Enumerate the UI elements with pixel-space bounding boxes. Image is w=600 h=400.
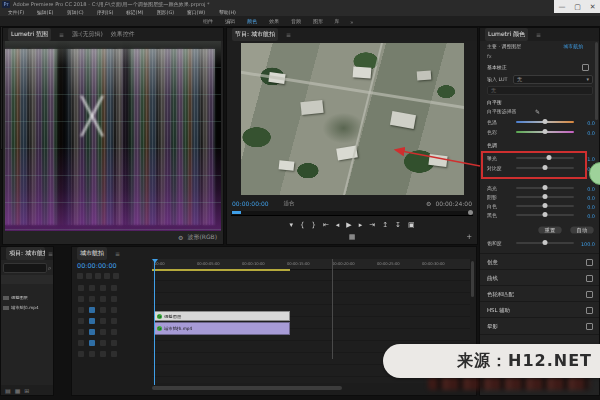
highlights-value[interactable]: 0.0 — [580, 185, 595, 191]
program-scrub-bar[interactable] — [231, 211, 473, 216]
whites-value[interactable]: 0.0 — [580, 203, 595, 209]
curves-checkbox[interactable] — [586, 275, 593, 282]
timeline-toolbar-icons[interactable] — [77, 273, 119, 279]
close-button[interactable]: ✕ — [590, 3, 596, 11]
go-to-out-button[interactable]: ⇥ — [369, 221, 375, 229]
lift-button[interactable]: ↥ — [382, 221, 388, 229]
workspace-overflow-icon[interactable]: » — [350, 18, 353, 24]
eyedropper-icon[interactable]: ✎ — [535, 108, 540, 115]
scope-settings-wrench-icon[interactable]: ⚙ — [178, 234, 183, 241]
input-lut-dropdown[interactable]: 无 ▾ — [513, 75, 593, 84]
workspace-color[interactable]: 颜色 — [247, 17, 257, 25]
section-basic-correction[interactable]: 基本校正 — [487, 64, 536, 71]
panel-menu-icon[interactable]: ≡ — [115, 250, 120, 257]
track-header-row[interactable] — [78, 340, 117, 346]
whites-slider[interactable] — [516, 205, 574, 207]
section-curves[interactable]: 曲线 — [487, 274, 498, 282]
track-header-row[interactable] — [78, 307, 117, 313]
shadows-value[interactable]: 0.0 — [580, 194, 595, 200]
panel-menu-icon[interactable]: ≡ — [536, 31, 541, 38]
workspace-effects[interactable]: 效果 — [269, 17, 279, 25]
export-frame-button[interactable]: ▣ — [408, 221, 415, 229]
new-bin-icon[interactable]: ⊞ — [24, 387, 29, 394]
workspace-audio[interactable]: 音频 — [291, 17, 301, 25]
highlights-slider[interactable] — [516, 187, 574, 189]
workspace-editing[interactable]: 编辑 — [225, 17, 235, 25]
tab-lumetri-scopes[interactable]: Lumetri 范围 — [8, 28, 51, 41]
tab-sequence[interactable]: 城市航拍 — [77, 247, 107, 260]
track-header-row[interactable] — [78, 318, 117, 324]
basic-correction-checkbox[interactable] — [582, 64, 589, 71]
timeline-playhead[interactable] — [154, 259, 155, 385]
step-forward-button[interactable]: ▸ — [359, 221, 363, 229]
timeline-clip-adjustment-layer[interactable]: fx 调整图层 — [154, 311, 290, 321]
color-wheels-checkbox[interactable] — [586, 291, 593, 298]
secondary-lut-dropdown[interactable]: 无 — [487, 86, 593, 95]
lumetri-sequence-link[interactable]: 城市航拍 — [547, 42, 583, 49]
auto-button[interactable]: 自动 — [570, 226, 593, 233]
saturation-slider[interactable] — [516, 242, 574, 244]
tab-project[interactable]: 项目: 城市航拍 — [6, 247, 45, 260]
extract-button[interactable]: ↧ — [395, 221, 401, 229]
creative-checkbox[interactable] — [586, 259, 593, 266]
section-creative[interactable]: 创意 — [487, 258, 498, 266]
waveform-scope-display[interactable] — [5, 41, 221, 231]
tab-program-monitor[interactable]: 节目: 城市航拍 — [232, 28, 278, 41]
list-view-icon[interactable]: ▤ — [5, 387, 11, 394]
track-header-row[interactable] — [78, 285, 117, 291]
tab-source-monitor[interactable]: 源:(无剪辑) — [72, 30, 103, 39]
button-editor-plus-icon[interactable]: + — [466, 233, 472, 241]
panel-menu-icon[interactable]: ≡ — [286, 31, 291, 38]
hsl-secondary-checkbox[interactable] — [586, 307, 593, 314]
workspace-libraries[interactable]: 库 — [334, 17, 339, 25]
mark-out-button[interactable]: } — [311, 221, 315, 229]
program-video-frame[interactable] — [241, 43, 464, 195]
timeline-horizontal-scrollbar[interactable] — [152, 386, 342, 390]
tab-lumetri-color[interactable]: Lumetri 颜色 — [485, 28, 528, 41]
tab-effect-controls[interactable]: 效果控件 — [111, 30, 135, 39]
tint-value[interactable]: 0.0 — [580, 129, 595, 135]
reset-button[interactable]: 重置 — [538, 226, 561, 233]
section-hsl-secondary[interactable]: HSL 辅助 — [487, 306, 510, 314]
minimize-button[interactable]: — — [558, 3, 565, 11]
track-header-row[interactable] — [78, 329, 117, 335]
workspace-graphics[interactable]: 图形 — [313, 17, 323, 25]
program-settings-wrench-icon[interactable]: ⚙ — [426, 200, 431, 207]
workspace-assembly[interactable]: 组件 — [203, 17, 213, 25]
scope-type-label[interactable]: 波形(RGB) — [187, 233, 217, 242]
add-marker-button[interactable]: ▾ — [290, 221, 294, 229]
saturation-value[interactable]: 100.0 — [580, 240, 595, 246]
go-to-in-button[interactable]: ⇤ — [323, 221, 329, 229]
zoom-level-select[interactable]: 适合 — [283, 199, 294, 207]
maximize-button[interactable]: ▢ — [574, 3, 581, 11]
project-search-input[interactable] — [3, 263, 47, 273]
lumetri-scrollbar[interactable] — [595, 42, 598, 120]
step-back-button[interactable]: ◂ — [336, 221, 340, 229]
shadows-slider[interactable] — [516, 196, 574, 198]
clip-thumbnail-icon — [3, 296, 9, 300]
timeline-timecode[interactable]: 00:00:00:00 — [77, 262, 117, 270]
panel-menu-icon[interactable]: ≡ — [48, 250, 53, 257]
track-header-row[interactable] — [78, 351, 117, 357]
vignette-checkbox[interactable] — [586, 323, 593, 330]
comparison-view-button[interactable]: ▦ — [349, 233, 356, 241]
play-button[interactable]: ▶ — [346, 221, 351, 229]
timeline-clip-video[interactable]: fx 城市航拍.mp4 — [154, 322, 290, 335]
scrub-playhead[interactable] — [232, 211, 241, 214]
icon-view-icon[interactable]: ▦ — [15, 387, 21, 394]
blacks-value[interactable]: 0.0 — [580, 212, 595, 218]
tint-slider[interactable] — [516, 131, 574, 133]
track-header-row[interactable] — [78, 296, 117, 302]
temperature-value[interactable]: 0.0 — [580, 119, 595, 125]
mark-in-button[interactable]: { — [300, 221, 304, 229]
temperature-slider[interactable] — [516, 121, 574, 123]
section-vignette[interactable]: 晕影 — [487, 322, 498, 330]
panel-menu-icon[interactable]: ≡ — [59, 31, 64, 38]
scrub-zoom-handle[interactable] — [468, 210, 473, 215]
section-color-wheels[interactable]: 色轮和匹配 — [487, 290, 514, 298]
list-item[interactable]: 调整图层 — [3, 293, 51, 302]
blacks-slider[interactable] — [516, 214, 574, 216]
current-timecode[interactable]: 00:00:00:00 — [232, 200, 269, 207]
list-item[interactable]: 城市航拍.mp4 — [3, 303, 51, 312]
timeline-vertical-scrollbar[interactable] — [471, 261, 474, 297]
